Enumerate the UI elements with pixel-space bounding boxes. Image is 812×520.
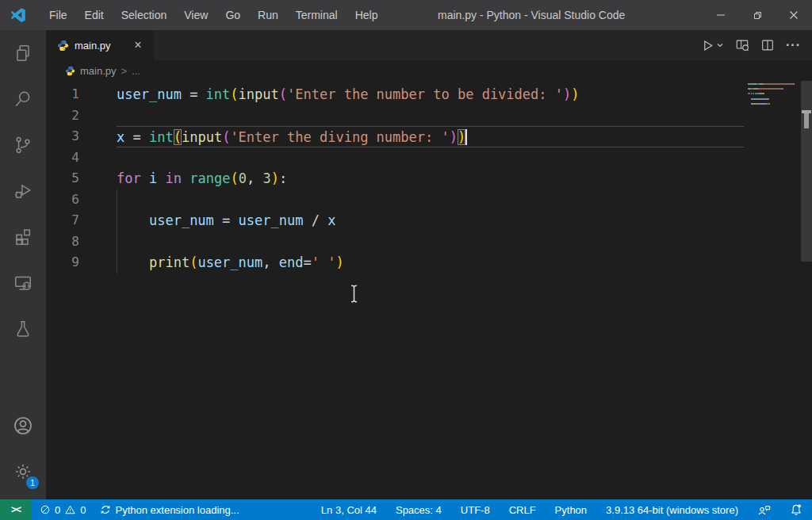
sync-spin-icon <box>100 504 111 515</box>
code-line-1[interactable]: 1user_num = int(input('Enter the number … <box>46 84 812 105</box>
indentation[interactable]: Spaces: 4 <box>396 504 442 516</box>
settings-badge: 1 <box>26 476 39 489</box>
encoding[interactable]: UTF-8 <box>461 504 490 516</box>
tab-label: main.py <box>75 40 130 52</box>
feedback-icon[interactable] <box>757 504 771 516</box>
eol-sequence[interactable]: CRLF <box>509 504 536 516</box>
line-number: 9 <box>46 252 117 273</box>
code-line-8[interactable]: 8 <box>46 231 812 253</box>
source-control-icon[interactable] <box>0 122 46 168</box>
python-extension-status[interactable]: Python extension loading... <box>100 504 239 516</box>
breadcrumb-separator: > <box>121 65 128 77</box>
menu-selection[interactable]: Selection <box>113 0 176 30</box>
vscode-logo-icon <box>10 6 28 24</box>
line-number: 1 <box>46 84 117 105</box>
restore-button[interactable] <box>739 0 776 30</box>
tab-main-py[interactable]: main.py × <box>46 30 154 60</box>
run-python-file-button[interactable] <box>701 39 724 52</box>
menu-terminal[interactable]: Terminal <box>287 0 347 30</box>
line-number: 3 <box>46 126 117 147</box>
code-editor[interactable]: 1user_num = int(input('Enter the number … <box>46 81 812 499</box>
extensions-icon[interactable] <box>0 214 46 260</box>
explorer-icon[interactable] <box>0 30 46 76</box>
remote-explorer-icon[interactable] <box>0 260 46 306</box>
breadcrumb[interactable]: main.py > ... <box>46 60 812 81</box>
breadcrumb-file[interactable]: main.py <box>80 65 117 77</box>
mouse-ibeam-cursor <box>349 284 359 304</box>
remote-indicator[interactable]: >< <box>0 499 32 520</box>
menu-edit[interactable]: Edit <box>76 0 113 30</box>
text-caret <box>465 129 467 145</box>
code-line-3[interactable]: 3x = int(input('Enter the diving number:… <box>46 126 812 147</box>
code-line-7[interactable]: 7 user_num = user_num / x <box>46 210 812 231</box>
line-number: 2 <box>46 105 117 127</box>
tab-bar: main.py × ··· <box>46 30 812 60</box>
breadcrumb-more[interactable]: ... <box>132 65 140 77</box>
minimap[interactable] <box>745 81 801 499</box>
menubar: File Edit Selection View Go Run Terminal… <box>40 0 386 30</box>
line-number: 5 <box>46 168 117 189</box>
menu-view[interactable]: View <box>175 0 216 30</box>
warning-count: 0 <box>80 504 86 516</box>
menu-help[interactable]: Help <box>347 0 387 30</box>
window-title: main.py - Python - Visual Studio Code <box>438 0 625 30</box>
more-actions-icon[interactable]: ··· <box>786 38 801 52</box>
settings-gear-icon[interactable]: 1 <box>0 449 46 495</box>
warnings-icon <box>64 504 76 515</box>
code-line-6[interactable]: 6 <box>46 189 812 211</box>
line-number: 7 <box>46 210 117 231</box>
code-line-9[interactable]: 9 print(user_num, end=' ') <box>46 252 812 273</box>
notifications-bell-icon[interactable] <box>790 503 802 516</box>
python-file-icon <box>65 66 75 76</box>
tab-close-icon[interactable]: × <box>130 38 146 52</box>
overview-ruler-cursor-marker <box>804 113 809 128</box>
menu-go[interactable]: Go <box>216 0 249 30</box>
activity-bar: 1 <box>0 30 46 499</box>
vscode-window: File Edit Selection View Go Run Terminal… <box>0 0 812 520</box>
status-message: Python extension loading... <box>115 504 239 516</box>
code-line-2[interactable]: 2 <box>46 105 812 127</box>
menu-file[interactable]: File <box>40 0 76 30</box>
editor-actions: ··· <box>701 30 812 60</box>
run-and-debug-icon[interactable] <box>0 168 46 214</box>
account-icon[interactable] <box>0 403 46 449</box>
line-number: 4 <box>46 147 117 169</box>
window-controls <box>703 0 812 30</box>
status-bar: >< 0 0 Python extension loading... Ln 3,… <box>0 499 812 520</box>
close-window-button[interactable] <box>776 0 812 30</box>
problems-status[interactable]: 0 0 <box>40 504 86 516</box>
search-icon[interactable] <box>0 76 46 122</box>
cursor-position[interactable]: Ln 3, Col 44 <box>321 504 377 516</box>
editor-scrollbar[interactable] <box>801 81 812 499</box>
editor-region: main.py × ··· main.py <box>46 30 812 499</box>
scrollbar-thumb[interactable] <box>801 81 812 262</box>
python-file-icon <box>57 40 69 52</box>
code-lines: 1user_num = int(input('Enter the number … <box>46 84 812 273</box>
chevron-down-icon <box>716 41 724 49</box>
errors-icon <box>40 504 51 515</box>
minimize-button[interactable] <box>703 0 739 30</box>
menu-run[interactable]: Run <box>249 0 287 30</box>
language-mode[interactable]: Python <box>555 504 587 516</box>
line-number: 6 <box>46 189 117 211</box>
testing-icon[interactable] <box>0 306 46 352</box>
titlebar: File Edit Selection View Go Run Terminal… <box>0 0 812 30</box>
code-line-5[interactable]: 5for i in range(0, 3): <box>46 168 812 189</box>
line-number: 8 <box>46 231 117 253</box>
split-editor-icon[interactable] <box>760 38 775 52</box>
open-changes-icon[interactable] <box>735 38 749 52</box>
code-line-4[interactable]: 4 <box>46 147 812 169</box>
error-count: 0 <box>55 504 60 516</box>
python-interpreter[interactable]: 3.9.13 64-bit (windows store) <box>606 504 738 516</box>
